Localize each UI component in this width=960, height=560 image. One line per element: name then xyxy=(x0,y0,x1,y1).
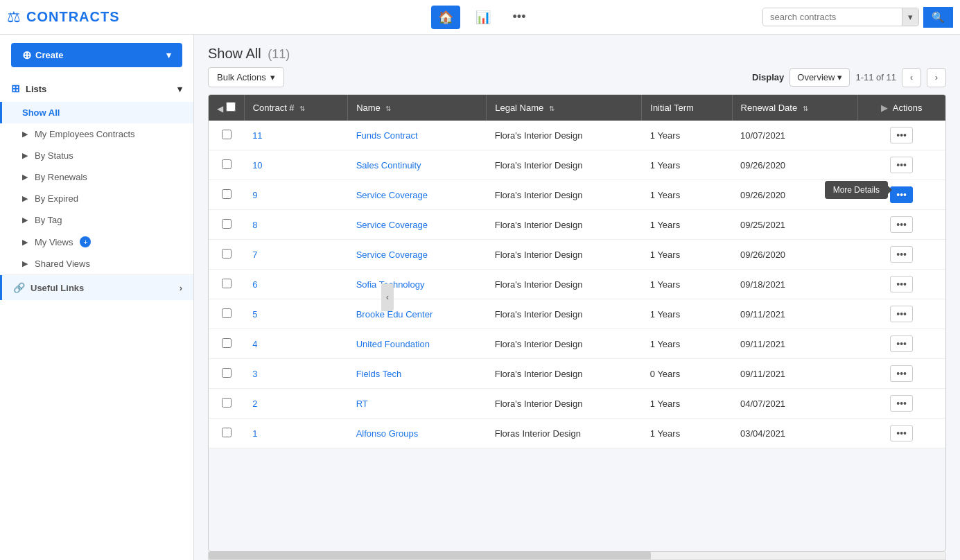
row-name[interactable]: Funds Contract xyxy=(348,121,487,150)
by-renewals-label: By Renewals xyxy=(35,172,87,182)
contract-num-sort-icon: ⇅ xyxy=(299,105,305,112)
table-scroll-bar[interactable] xyxy=(208,552,946,560)
th-legal-name[interactable]: Legal Name ⇅ xyxy=(487,95,642,121)
content-header: Show All (11) xyxy=(194,35,960,67)
create-button[interactable]: ⊕ Create ▾ xyxy=(11,43,182,67)
by-expired-chevron-icon: ▶ xyxy=(22,194,28,203)
row-contract-num[interactable]: 8 xyxy=(244,210,348,240)
lists-header[interactable]: ⊞ Lists ▾ xyxy=(0,76,193,102)
th-renewal-date[interactable]: Renewal Date ⇅ xyxy=(732,95,858,121)
sidebar-item-my-employees[interactable]: ▶ My Employees Contracts xyxy=(0,123,193,145)
row-contract-num[interactable]: 7 xyxy=(244,240,348,270)
row-action-button[interactable]: ••• xyxy=(890,276,913,292)
row-action-button[interactable]: ••• xyxy=(890,157,913,173)
row-checkbox[interactable] xyxy=(222,249,232,259)
row-name[interactable]: Sofia Technology xyxy=(348,270,487,299)
sidebar-collapse-handle[interactable]: ‹ xyxy=(381,283,394,311)
table-scroll-bar-inner xyxy=(209,552,651,559)
row-renewal-date: 04/07/2021 xyxy=(732,389,858,419)
search-input[interactable] xyxy=(763,8,902,26)
row-contract-num[interactable]: 11 xyxy=(244,121,348,150)
row-renewal-date: 09/11/2021 xyxy=(732,299,858,329)
row-contract-num[interactable]: 9 xyxy=(244,180,348,210)
sidebar-item-my-views[interactable]: ▶ My Views + xyxy=(0,231,193,253)
row-name[interactable]: Brooke Edu Center xyxy=(348,299,487,329)
row-action-button[interactable]: ••• xyxy=(890,365,913,382)
row-checkbox[interactable] xyxy=(222,368,232,378)
row-checkbox[interactable] xyxy=(222,159,232,169)
th-actions: ▶ Actions xyxy=(858,95,945,121)
row-name[interactable]: Sales Continuity xyxy=(348,150,487,180)
bulk-actions-button[interactable]: Bulk Actions ▾ xyxy=(208,67,284,87)
row-action-button[interactable]: ••• xyxy=(890,395,913,412)
row-action-button[interactable]: ••• xyxy=(890,186,913,203)
row-contract-num[interactable]: 3 xyxy=(244,359,348,389)
row-contract-num[interactable]: 1 xyxy=(244,419,348,448)
chart-button[interactable]: 📊 xyxy=(469,6,498,29)
row-name[interactable]: Service Coverage xyxy=(348,180,487,210)
home-button[interactable]: 🏠 xyxy=(431,6,460,29)
sidebar-item-shared-views[interactable]: ▶ Shared Views xyxy=(0,253,193,274)
table-row: 4 United Foundation Flora's Interior Des… xyxy=(209,329,945,359)
page-title-text: Show All xyxy=(208,46,261,61)
row-contract-num[interactable]: 6 xyxy=(244,270,348,299)
row-name[interactable]: Service Coverage xyxy=(348,210,487,240)
row-actions-cell: ••• xyxy=(858,329,945,359)
row-actions-cell: ••• xyxy=(858,150,945,180)
row-name[interactable]: Service Coverage xyxy=(348,240,487,270)
row-checkbox[interactable] xyxy=(222,219,232,229)
overview-dropdown[interactable]: Overview ▾ xyxy=(789,68,850,87)
row-legal-name: Flora's Interior Design xyxy=(487,299,642,329)
th-name[interactable]: Name ⇅ xyxy=(348,95,487,121)
search-submit-button[interactable]: 🔍 xyxy=(923,7,953,28)
row-action-button[interactable]: ••• xyxy=(890,425,913,441)
pagination-next-button[interactable]: › xyxy=(927,68,946,87)
contract-num-label: Contract # xyxy=(253,103,295,113)
table-row: 10 Sales Continuity Flora's Interior Des… xyxy=(209,150,945,180)
sidebar-item-useful-links[interactable]: 🔗 Useful Links › xyxy=(0,275,193,300)
row-checkbox[interactable] xyxy=(222,338,232,348)
row-action-button[interactable]: ••• xyxy=(890,216,913,233)
row-action-button[interactable]: ••• xyxy=(890,306,913,322)
row-checkbox[interactable] xyxy=(222,189,232,199)
select-all-checkbox[interactable] xyxy=(226,102,236,112)
more-button[interactable]: ••• xyxy=(506,6,533,28)
sidebar-item-by-status[interactable]: ▶ By Status xyxy=(0,145,193,166)
row-checkbox[interactable] xyxy=(222,130,232,139)
row-checkbox[interactable] xyxy=(222,279,232,288)
row-contract-num[interactable]: 4 xyxy=(244,329,348,359)
th-initial-term[interactable]: Initial Term xyxy=(642,95,732,121)
row-action-button[interactable]: ••• xyxy=(890,127,913,143)
table-row: 7 Service Coverage Flora's Interior Desi… xyxy=(209,240,945,270)
row-checkbox[interactable] xyxy=(222,398,232,408)
row-initial-term: 1 Years xyxy=(642,180,732,210)
th-contract-num[interactable]: Contract # ⇅ xyxy=(244,95,348,121)
by-renewals-chevron-icon: ▶ xyxy=(22,173,28,182)
row-checkbox[interactable] xyxy=(222,428,232,437)
row-contract-num[interactable]: 5 xyxy=(244,299,348,329)
row-action-button[interactable]: ••• xyxy=(890,335,913,352)
row-checkbox-cell xyxy=(209,270,244,299)
row-name[interactable]: United Foundation xyxy=(348,329,487,359)
row-contract-num[interactable]: 10 xyxy=(244,150,348,180)
overview-label: Overview xyxy=(797,72,835,82)
row-contract-num[interactable]: 2 xyxy=(244,389,348,419)
row-legal-name: Flora's Interior Design xyxy=(487,240,642,270)
overview-chevron-icon: ▾ xyxy=(837,72,842,82)
row-name[interactable]: RT xyxy=(348,389,487,419)
add-view-icon[interactable]: + xyxy=(80,236,91,247)
contracts-table-container: ◀ Contract # ⇅ Name ⇅ Legal Name xyxy=(208,94,946,552)
search-dropdown-button[interactable]: ▾ xyxy=(902,8,918,26)
row-action-button[interactable]: ••• xyxy=(890,246,913,263)
shared-views-label: Shared Views xyxy=(35,259,90,269)
sidebar-item-by-renewals[interactable]: ▶ By Renewals xyxy=(0,166,193,188)
row-name[interactable]: Fields Tech xyxy=(348,359,487,389)
sidebar-item-by-tag[interactable]: ▶ By Tag xyxy=(0,209,193,231)
row-initial-term: 1 Years xyxy=(642,419,732,448)
sidebar-item-by-expired[interactable]: ▶ By Expired xyxy=(0,188,193,209)
row-name[interactable]: Alfonso Groups xyxy=(348,419,487,448)
sidebar-item-show-all[interactable]: Show All xyxy=(0,102,193,123)
top-nav-center: 🏠 📊 ••• xyxy=(207,6,757,29)
row-checkbox[interactable] xyxy=(222,308,232,318)
pagination-prev-button[interactable]: ‹ xyxy=(902,68,921,87)
